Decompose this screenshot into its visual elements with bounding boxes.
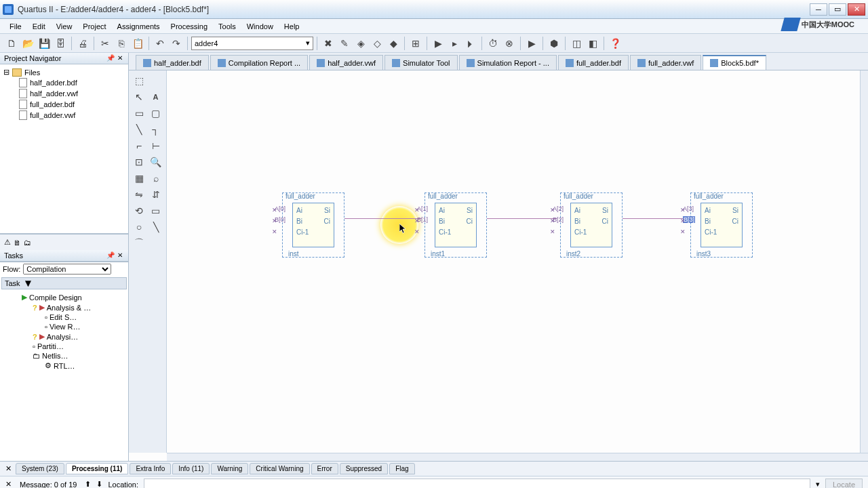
redo-button[interactable]: ↷: [169, 36, 184, 51]
document-tab[interactable]: full_adder.vwf: [630, 55, 701, 70]
message-tab[interactable]: Processing (11): [66, 463, 128, 474]
save-all-button[interactable]: 🗄: [53, 36, 68, 51]
analyze-button[interactable]: ▸: [447, 36, 462, 51]
files-tab-icon[interactable]: 🗎: [14, 239, 21, 247]
simulate-button[interactable]: ⏵: [463, 36, 478, 51]
find-tool[interactable]: ⌕: [149, 171, 163, 186]
select-tool[interactable]: ⬚: [132, 73, 146, 88]
arc-tool[interactable]: ⌒: [132, 236, 146, 251]
document-tab[interactable]: half_adder.vwf: [309, 55, 383, 70]
settings-button[interactable]: ✖: [321, 36, 336, 51]
close-button[interactable]: ✕: [848, 3, 865, 16]
messages-close-icon[interactable]: ✕: [5, 480, 12, 488]
file-item[interactable]: half_adder.bdf: [3, 77, 125, 88]
pointer-tool[interactable]: ↖: [132, 89, 146, 104]
minimize-button[interactable]: ─: [810, 3, 827, 16]
task-item[interactable]: ▫Edit S…: [1, 312, 127, 322]
message-tab[interactable]: Flag: [389, 463, 414, 474]
line-tool[interactable]: ╲: [132, 122, 146, 137]
save-button[interactable]: 💾: [37, 36, 52, 51]
document-tab[interactable]: Simulation Report - ...: [459, 55, 557, 70]
maximize-button[interactable]: ▭: [829, 3, 846, 16]
oval-tool[interactable]: ○: [132, 220, 146, 235]
copy-button[interactable]: ⎘: [114, 36, 129, 51]
panel-close-icon[interactable]: ✕: [116, 54, 124, 62]
chip-planner-button[interactable]: ◫: [569, 36, 584, 51]
schematic-canvas[interactable]: full_adderA[0]B[0]✕✕✕AiBiCi-1SiCiinstful…: [167, 70, 860, 453]
warning-icon[interactable]: ⚠: [4, 238, 11, 247]
task-item[interactable]: ▫View R…: [1, 322, 127, 331]
file-item[interactable]: full_adder.vwf: [3, 110, 125, 121]
undo-button[interactable]: ↶: [153, 36, 167, 51]
zoom-in-tool[interactable]: 🔍: [149, 155, 163, 169]
node-tool[interactable]: ⊢: [149, 138, 163, 153]
help-button[interactable]: ❓: [608, 36, 623, 51]
programmer-button[interactable]: ⬢: [547, 36, 561, 51]
full-adder-block[interactable]: full_adderA[2]B[2]✕✕✕AiBiCi-1SiCiinst2: [560, 192, 623, 258]
cut-button[interactable]: ✂: [98, 36, 113, 51]
flow-select[interactable]: Compilation: [23, 264, 111, 274]
menu-file[interactable]: File: [4, 20, 27, 33]
locate-button[interactable]: Locate: [825, 479, 863, 489]
file-item[interactable]: half_adder.vwf: [3, 88, 125, 99]
message-tab[interactable]: Suppressed: [340, 463, 388, 474]
line2-tool[interactable]: ╲: [149, 220, 163, 235]
timing-button[interactable]: ◆: [386, 36, 401, 51]
task-item[interactable]: ▶Compile Design: [1, 292, 127, 302]
panel-pin-icon[interactable]: 📌: [106, 251, 115, 260]
task-item[interactable]: ⚙RTL…: [1, 361, 127, 371]
assignment-button[interactable]: ✎: [337, 36, 352, 51]
conduit-tool[interactable]: ⌐: [132, 138, 146, 153]
message-tab[interactable]: Info (11): [172, 463, 210, 474]
message-tab[interactable]: Warning: [211, 463, 248, 474]
menu-view[interactable]: View: [51, 20, 78, 33]
panel-pin-icon[interactable]: 📌: [106, 54, 115, 62]
print-button[interactable]: 🖨: [75, 36, 90, 51]
block-editor[interactable]: ⬚ ↖ A ▭ ▢ ╲ ┐ ⌐ ⊢ ⊡ 🔍 ▦ ⌕ ⇋ ⇵ ⟲ ▭ ○ ╲ ⌒: [129, 70, 868, 461]
file-item[interactable]: full_adder.bdf: [3, 99, 125, 110]
document-tab[interactable]: half_adder.bdf: [136, 55, 209, 70]
full-adder-block[interactable]: full_adderA[3]B[3]✕✕✕AiBiCi-1SiCiinst3: [690, 192, 753, 258]
menu-window[interactable]: Window: [241, 20, 279, 33]
menu-assignments[interactable]: Assignments: [112, 20, 165, 33]
compile-button[interactable]: ▶: [431, 36, 446, 51]
zoom-tool[interactable]: ⊡: [132, 155, 146, 169]
pin-button[interactable]: ◇: [370, 36, 384, 51]
full-adder-block[interactable]: full_adderA[1]B[1]✕✕✕AiBiCi-1SiCiinst1: [425, 192, 487, 258]
signal-tap-button[interactable]: ◧: [585, 36, 600, 51]
hierarchy-button[interactable]: ⊞: [408, 36, 423, 51]
horizontal-scrollbar[interactable]: [167, 453, 868, 461]
msg-next-button[interactable]: ⬇: [96, 480, 102, 488]
menu-edit[interactable]: Edit: [27, 20, 51, 33]
document-tab[interactable]: Simulator Tool: [384, 55, 458, 70]
menu-help[interactable]: Help: [279, 20, 305, 33]
vertical-scrollbar[interactable]: [860, 70, 868, 453]
document-tab[interactable]: Block5.bdf*: [703, 55, 766, 70]
menu-processing[interactable]: Processing: [165, 20, 213, 33]
message-tab[interactable]: System (23): [16, 463, 64, 474]
rect-tool[interactable]: ▭: [149, 203, 163, 218]
menu-project[interactable]: Project: [77, 20, 111, 33]
text-tool[interactable]: A: [149, 89, 163, 104]
document-tab[interactable]: Compilation Report ...: [210, 55, 308, 70]
task-item[interactable]: 🗀Netlis…: [1, 351, 127, 361]
menu-tools[interactable]: Tools: [213, 20, 241, 33]
task-item[interactable]: ▫Partiti…: [1, 342, 127, 351]
timing-analyze-button[interactable]: ⏱: [486, 36, 500, 51]
document-tab[interactable]: full_adder.bdf: [558, 55, 629, 70]
message-tab[interactable]: Critical Warning: [250, 463, 309, 474]
location-field[interactable]: [144, 479, 810, 489]
message-close-icon[interactable]: ✕: [5, 464, 12, 473]
chip-button[interactable]: ◈: [353, 36, 368, 51]
design-units-icon[interactable]: 🗂: [24, 239, 31, 247]
files-tree[interactable]: ⊟Files half_adder.bdfhalf_adder.vwffull_…: [0, 64, 128, 234]
run-button[interactable]: ▶: [524, 36, 539, 51]
full-adder-block[interactable]: full_adderA[0]B[0]✕✕✕AiBiCi-1SiCiinst: [282, 192, 344, 258]
project-combo[interactable]: adder4▾: [191, 37, 313, 50]
rotate-tool[interactable]: ⟲: [132, 203, 146, 218]
task-item[interactable]: ? ▶Analysis & …: [1, 302, 127, 312]
new-file-button[interactable]: 🗋: [4, 36, 19, 51]
full-view-tool[interactable]: ▦: [132, 171, 146, 186]
flip-v-tool[interactable]: ⇵: [149, 187, 163, 202]
gate-button[interactable]: ⊗: [502, 36, 517, 51]
